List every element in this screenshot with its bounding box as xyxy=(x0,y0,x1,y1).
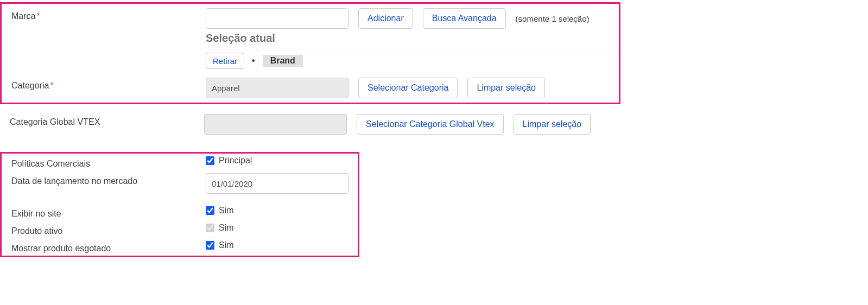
category-label: Categoria* xyxy=(11,78,206,91)
show-on-site-checkbox[interactable] xyxy=(206,206,214,215)
brand-input[interactable] xyxy=(206,8,349,29)
brand-add-button[interactable]: Adicionar xyxy=(358,8,413,29)
brand-selection-row: Retirar • Brand xyxy=(206,49,618,69)
trade-policies-label: Políticas Comerciais xyxy=(11,156,206,169)
trade-policies-row: Políticas Comerciais Principal xyxy=(2,154,358,171)
launch-date-input[interactable] xyxy=(206,173,349,194)
highlight-settings-box: Políticas Comerciais Principal Data de l… xyxy=(0,152,359,257)
highlight-brand-category-box: Marca* Adicionar Busca Avançada (somente… xyxy=(0,2,620,104)
show-on-site-option: Sim xyxy=(219,206,234,215)
brand-advanced-search-button[interactable]: Busca Avançada xyxy=(423,8,506,29)
show-out-of-stock-label: Mostrar produto esgotado xyxy=(11,240,206,253)
current-selection-header: Seleção atual xyxy=(206,29,618,45)
category-input xyxy=(206,78,349,98)
show-out-of-stock-checkbox[interactable] xyxy=(206,241,214,250)
clear-category-button[interactable]: Limpar seleção xyxy=(467,78,545,98)
bullet-separator: • xyxy=(250,56,257,66)
show-on-site-label: Exibir no site xyxy=(11,206,206,219)
select-global-category-button[interactable]: Selecionar Categoria Global Vtex xyxy=(357,114,504,135)
show-out-of-stock-row: Mostrar produto esgotado Sim xyxy=(2,238,358,256)
product-active-option: Sim xyxy=(219,223,234,233)
show-on-site-row: Exibir no site Sim xyxy=(2,196,358,221)
select-category-button[interactable]: Selecionar Categoria xyxy=(358,78,458,98)
global-category-input xyxy=(204,114,347,135)
brand-chip: Brand xyxy=(263,55,303,67)
launch-date-row: Data de lançamento no mercado xyxy=(2,171,358,196)
brand-label: Marca* xyxy=(11,8,206,21)
product-active-row: Produto ativo Sim xyxy=(2,221,358,238)
clear-global-category-button[interactable]: Limpar seleção xyxy=(514,114,591,135)
global-category-label: Categoria Global VTEX xyxy=(10,114,204,127)
global-category-row: Categoria Global VTEX Selecionar Categor… xyxy=(0,104,868,139)
category-row: Categoria* Selecionar Categoria Limpar s… xyxy=(2,73,619,103)
show-out-of-stock-option: Sim xyxy=(219,240,234,250)
product-active-checkbox xyxy=(206,224,214,232)
trade-policy-principal-checkbox[interactable] xyxy=(206,156,214,165)
brand-remove-button[interactable]: Retirar xyxy=(206,53,244,69)
product-active-label: Produto ativo xyxy=(11,223,206,236)
brand-row: Marca* Adicionar Busca Avançada (somente… xyxy=(2,4,619,73)
launch-date-label: Data de lançamento no mercado xyxy=(11,173,206,186)
brand-hint: (somente 1 seleção) xyxy=(516,14,590,23)
trade-policy-principal-label: Principal xyxy=(219,156,252,166)
